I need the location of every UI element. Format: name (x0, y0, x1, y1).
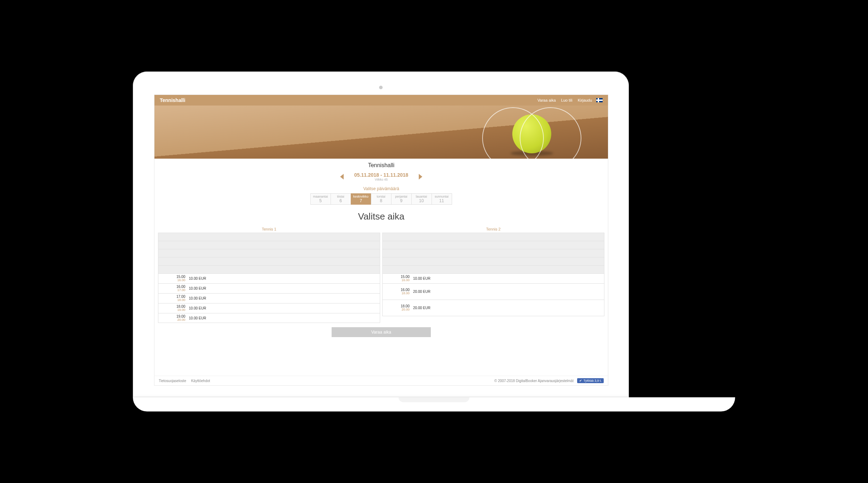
time-slot[interactable]: 17.0018.0010.00 EUR (158, 293, 380, 303)
slot-times: 18.0020.00 (385, 304, 410, 312)
day-number: 6 (331, 198, 351, 203)
footer-privacy[interactable]: Tietosuojaseloste (159, 379, 186, 383)
day-name: torstai (377, 195, 385, 198)
slot-times: 16.0018.00 (385, 288, 410, 295)
unavailable-row (158, 241, 380, 249)
slot-end: 18.00 (385, 292, 410, 295)
unavailable-block (158, 233, 380, 274)
app-screen: Tennishalli Varaa aika Luo tili Kirjaudu… (154, 95, 608, 386)
court-column: Tennis 115.0016.0010.00 EUR16.0017.0010.… (158, 226, 380, 323)
topbar: Tennishalli Varaa aika Luo tili Kirjaudu (154, 95, 608, 106)
nav-login[interactable]: Kirjaudu (578, 98, 592, 102)
slot-price: 20.00 EUR (413, 306, 430, 310)
nav-book[interactable]: Varaa aika (537, 98, 556, 102)
slot-end: 16.00 (385, 279, 410, 282)
week-range-block: 05.11.2018 - 11.11.2018 Viikko 45 (354, 172, 408, 181)
courts-container: Tennis 115.0016.0010.00 EUR16.0017.0010.… (154, 226, 608, 323)
brand-title: Tennishalli (160, 97, 532, 103)
slot-end: 18.00 (160, 299, 185, 302)
day-name: perjantai (395, 195, 407, 198)
slot-price: 10.00 EUR (413, 277, 430, 280)
nav-create-account[interactable]: Luo tili (561, 98, 573, 102)
day-name: lauantai (416, 195, 427, 198)
slot-times: 15.0016.00 (160, 275, 185, 282)
time-slot[interactable]: 19.0020.0010.00 EUR (158, 313, 380, 323)
day-number: 9 (391, 198, 411, 203)
laptop-notch (399, 397, 469, 402)
unavailable-row (383, 266, 604, 273)
slot-end: 17.00 (160, 289, 185, 292)
day-number: 11 (432, 198, 452, 203)
unavailable-row (383, 241, 604, 249)
slot-times: 19.0020.00 (160, 314, 185, 322)
day-name: maanantai (313, 195, 328, 198)
facebook-like-button[interactable]: Tykkää 3,9 t. (577, 378, 604, 383)
unavailable-row (383, 233, 604, 241)
select-time-label: Valitse aika (154, 211, 608, 222)
week-range: 05.11.2018 - 11.11.2018 (354, 172, 408, 178)
day-name: sunnuntai (435, 195, 449, 198)
slot-price: 20.00 EUR (413, 290, 430, 294)
time-slot[interactable]: 18.0020.0020.00 EUR (382, 300, 604, 316)
slot-end: 16.00 (160, 279, 185, 282)
slot-end: 19.00 (160, 308, 185, 312)
unavailable-row (383, 257, 604, 266)
venue-name: Tennishalli (154, 159, 608, 172)
day-maanantai[interactable]: maanantai5 (310, 193, 331, 205)
footer-terms[interactable]: Käyttöehdot (191, 379, 210, 383)
flag-fi-icon[interactable] (596, 98, 603, 102)
unavailable-row (158, 257, 380, 266)
slot-price: 10.00 EUR (189, 306, 206, 310)
court-name: Tennis 2 (382, 226, 604, 233)
time-slot[interactable]: 16.0017.0010.00 EUR (158, 283, 380, 294)
unavailable-block (382, 233, 604, 274)
slot-times: 17.0018.00 (160, 295, 185, 302)
slot-end: 20.00 (385, 308, 410, 312)
slot-end: 20.00 (160, 318, 185, 322)
time-slot[interactable]: 16.0018.0020.00 EUR (382, 283, 604, 300)
day-perjantai[interactable]: perjantai9 (391, 193, 412, 205)
next-week-icon[interactable] (419, 174, 422, 180)
footer: Tietosuojaseloste Käyttöehdot © 2007-201… (154, 376, 608, 385)
day-torstai[interactable]: torstai8 (371, 193, 391, 205)
day-name: tiistai (337, 195, 344, 198)
camera-dot (379, 86, 383, 89)
slot-price: 10.00 EUR (189, 316, 206, 320)
court-column: Tennis 215.0016.0010.00 EUR16.0018.0020.… (382, 226, 604, 323)
slot-price: 10.00 EUR (189, 277, 206, 280)
day-sunnuntai[interactable]: sunnuntai11 (432, 193, 452, 205)
laptop-base (133, 397, 735, 411)
tennis-ball-icon (512, 114, 551, 153)
time-slot[interactable]: 15.0016.0010.00 EUR (382, 273, 604, 284)
time-slot[interactable]: 15.0016.0010.00 EUR (158, 273, 380, 284)
slot-times: 15.0016.00 (385, 275, 410, 282)
day-tiistai[interactable]: tiistai6 (331, 193, 351, 205)
screen-frame: Tennishalli Varaa aika Luo tili Kirjaudu… (133, 72, 629, 397)
day-number: 7 (351, 198, 371, 203)
unavailable-row (158, 233, 380, 241)
prev-week-icon[interactable] (340, 174, 344, 180)
slot-price: 10.00 EUR (189, 296, 206, 300)
day-number: 8 (371, 198, 391, 203)
footer-copyright: © 2007-2018 DigitalBooker Ajanvarausjärj… (494, 379, 574, 383)
select-date-label: Valitse päivämäärä (154, 186, 608, 191)
time-slot[interactable]: 18.0019.0010.00 EUR (158, 303, 380, 313)
day-keskiviikko[interactable]: keskiviikko7 (351, 193, 371, 205)
week-number: Viikko 45 (354, 178, 408, 181)
unavailable-row (158, 249, 380, 257)
day-number: 10 (412, 198, 432, 203)
week-navigator: 05.11.2018 - 11.11.2018 Viikko 45 (154, 172, 608, 181)
court-name: Tennis 1 (158, 226, 380, 233)
laptop-frame: Tennishalli Varaa aika Luo tili Kirjaudu… (133, 72, 735, 411)
slot-start: 19.00 (160, 314, 185, 318)
day-lauantai[interactable]: lauantai10 (411, 193, 432, 205)
slot-times: 18.0019.00 (160, 305, 185, 312)
slot-times: 16.0017.00 (160, 285, 185, 292)
day-number: 5 (311, 198, 331, 203)
unavailable-row (383, 249, 604, 257)
book-button[interactable]: Varaa aika (332, 327, 431, 337)
slot-price: 10.00 EUR (189, 286, 206, 290)
day-selector: maanantai5tiistai6keskiviikko7torstai8pe… (154, 193, 608, 205)
unavailable-row (158, 266, 380, 273)
day-name: keskiviikko (353, 195, 368, 198)
